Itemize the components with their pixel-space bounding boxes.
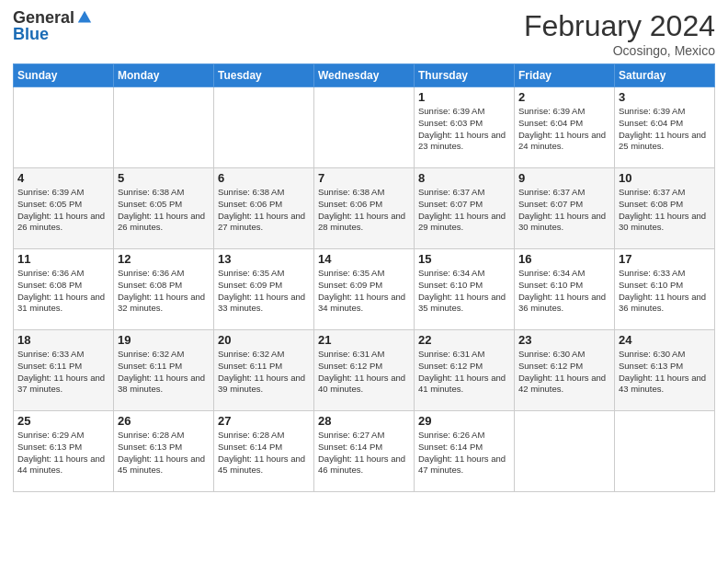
day-number: 18	[17, 333, 109, 347]
month-year: February 2024	[524, 9, 715, 43]
day-info: Sunrise: 6:38 AM Sunset: 6:06 PM Dayligh…	[218, 187, 310, 234]
day-number: 22	[418, 333, 510, 347]
day-number: 16	[518, 252, 610, 266]
day-number: 10	[619, 171, 711, 185]
calendar-cell-0-3	[314, 87, 415, 168]
day-number: 15	[418, 252, 510, 266]
day-info: Sunrise: 6:37 AM Sunset: 6:07 PM Dayligh…	[518, 187, 610, 234]
calendar-cell-1-1: 5Sunrise: 6:38 AM Sunset: 6:05 PM Daylig…	[114, 168, 214, 249]
calendar-cell-4-4: 29Sunrise: 6:26 AM Sunset: 6:14 PM Dayli…	[415, 411, 515, 492]
day-info: Sunrise: 6:39 AM Sunset: 6:03 PM Dayligh…	[418, 106, 510, 153]
day-info: Sunrise: 6:30 AM Sunset: 6:13 PM Dayligh…	[619, 349, 711, 396]
day-number: 20	[218, 333, 310, 347]
logo-icon	[76, 9, 93, 26]
svg-marker-0	[78, 11, 91, 23]
calendar-cell-2-3: 14Sunrise: 6:35 AM Sunset: 6:09 PM Dayli…	[314, 249, 415, 330]
day-number: 23	[518, 333, 610, 347]
day-info: Sunrise: 6:31 AM Sunset: 6:12 PM Dayligh…	[318, 349, 410, 396]
calendar-cell-4-6	[615, 411, 715, 492]
location: Ocosingo, Mexico	[524, 43, 715, 58]
calendar-cell-3-0: 18Sunrise: 6:33 AM Sunset: 6:11 PM Dayli…	[14, 330, 114, 411]
calendar-cell-3-6: 24Sunrise: 6:30 AM Sunset: 6:13 PM Dayli…	[615, 330, 715, 411]
calendar-cell-2-5: 16Sunrise: 6:34 AM Sunset: 6:10 PM Dayli…	[515, 249, 615, 330]
calendar-cell-0-4: 1Sunrise: 6:39 AM Sunset: 6:03 PM Daylig…	[415, 87, 515, 168]
day-info: Sunrise: 6:31 AM Sunset: 6:12 PM Dayligh…	[418, 349, 510, 396]
day-info: Sunrise: 6:39 AM Sunset: 6:04 PM Dayligh…	[518, 106, 610, 153]
calendar-header-thursday: Thursday	[415, 64, 515, 87]
calendar-cell-1-5: 9Sunrise: 6:37 AM Sunset: 6:07 PM Daylig…	[515, 168, 615, 249]
calendar-cell-1-0: 4Sunrise: 6:39 AM Sunset: 6:05 PM Daylig…	[14, 168, 114, 249]
calendar-cell-3-1: 19Sunrise: 6:32 AM Sunset: 6:11 PM Dayli…	[114, 330, 214, 411]
day-number: 7	[318, 171, 410, 185]
header: General Blue February 2024 Ocosingo, Mex…	[13, 9, 715, 58]
day-info: Sunrise: 6:27 AM Sunset: 6:14 PM Dayligh…	[318, 430, 410, 477]
day-info: Sunrise: 6:34 AM Sunset: 6:10 PM Dayligh…	[418, 268, 510, 315]
calendar-cell-1-2: 6Sunrise: 6:38 AM Sunset: 6:06 PM Daylig…	[214, 168, 314, 249]
day-info: Sunrise: 6:37 AM Sunset: 6:08 PM Dayligh…	[619, 187, 711, 234]
day-info: Sunrise: 6:29 AM Sunset: 6:13 PM Dayligh…	[17, 430, 109, 477]
day-number: 3	[619, 90, 711, 104]
day-info: Sunrise: 6:26 AM Sunset: 6:14 PM Dayligh…	[418, 430, 510, 477]
day-info: Sunrise: 6:32 AM Sunset: 6:11 PM Dayligh…	[118, 349, 210, 396]
calendar-header-sunday: Sunday	[14, 64, 114, 87]
day-info: Sunrise: 6:37 AM Sunset: 6:07 PM Dayligh…	[418, 187, 510, 234]
calendar-header-saturday: Saturday	[615, 64, 715, 87]
calendar-week-0: 1Sunrise: 6:39 AM Sunset: 6:03 PM Daylig…	[14, 87, 715, 168]
day-number: 19	[118, 333, 210, 347]
calendar-cell-2-1: 12Sunrise: 6:36 AM Sunset: 6:08 PM Dayli…	[114, 249, 214, 330]
day-number: 25	[17, 414, 109, 428]
day-info: Sunrise: 6:33 AM Sunset: 6:11 PM Dayligh…	[17, 349, 109, 396]
calendar-cell-4-2: 27Sunrise: 6:28 AM Sunset: 6:14 PM Dayli…	[214, 411, 314, 492]
day-info: Sunrise: 6:38 AM Sunset: 6:05 PM Dayligh…	[118, 187, 210, 234]
day-number: 28	[318, 414, 410, 428]
day-info: Sunrise: 6:35 AM Sunset: 6:09 PM Dayligh…	[318, 268, 410, 315]
calendar-cell-3-2: 20Sunrise: 6:32 AM Sunset: 6:11 PM Dayli…	[214, 330, 314, 411]
day-number: 27	[218, 414, 310, 428]
day-info: Sunrise: 6:35 AM Sunset: 6:09 PM Dayligh…	[218, 268, 310, 315]
day-number: 14	[318, 252, 410, 266]
calendar-header-monday: Monday	[114, 64, 214, 87]
day-number: 11	[17, 252, 109, 266]
day-number: 5	[118, 171, 210, 185]
calendar-cell-3-5: 23Sunrise: 6:30 AM Sunset: 6:12 PM Dayli…	[515, 330, 615, 411]
calendar-cell-0-6: 3Sunrise: 6:39 AM Sunset: 6:04 PM Daylig…	[615, 87, 715, 168]
calendar-cell-4-1: 26Sunrise: 6:28 AM Sunset: 6:13 PM Dayli…	[114, 411, 214, 492]
calendar-cell-0-2	[214, 87, 314, 168]
calendar-cell-0-0	[14, 87, 114, 168]
calendar-cell-3-3: 21Sunrise: 6:31 AM Sunset: 6:12 PM Dayli…	[314, 330, 415, 411]
calendar-week-3: 18Sunrise: 6:33 AM Sunset: 6:11 PM Dayli…	[14, 330, 715, 411]
calendar-cell-4-0: 25Sunrise: 6:29 AM Sunset: 6:13 PM Dayli…	[14, 411, 114, 492]
calendar-week-4: 25Sunrise: 6:29 AM Sunset: 6:13 PM Dayli…	[14, 411, 715, 492]
logo: General Blue	[13, 9, 93, 43]
page: General Blue February 2024 Ocosingo, Mex…	[0, 0, 728, 563]
calendar: SundayMondayTuesdayWednesdayThursdayFrid…	[13, 63, 715, 492]
day-number: 12	[118, 252, 210, 266]
title-block: February 2024 Ocosingo, Mexico	[524, 9, 715, 58]
calendar-cell-2-0: 11Sunrise: 6:36 AM Sunset: 6:08 PM Dayli…	[14, 249, 114, 330]
calendar-cell-0-1	[114, 87, 214, 168]
day-info: Sunrise: 6:34 AM Sunset: 6:10 PM Dayligh…	[518, 268, 610, 315]
calendar-cell-2-4: 15Sunrise: 6:34 AM Sunset: 6:10 PM Dayli…	[415, 249, 515, 330]
calendar-cell-2-6: 17Sunrise: 6:33 AM Sunset: 6:10 PM Dayli…	[615, 249, 715, 330]
day-info: Sunrise: 6:36 AM Sunset: 6:08 PM Dayligh…	[118, 268, 210, 315]
day-number: 29	[418, 414, 510, 428]
calendar-cell-4-3: 28Sunrise: 6:27 AM Sunset: 6:14 PM Dayli…	[314, 411, 415, 492]
day-info: Sunrise: 6:33 AM Sunset: 6:10 PM Dayligh…	[619, 268, 711, 315]
calendar-week-2: 11Sunrise: 6:36 AM Sunset: 6:08 PM Dayli…	[14, 249, 715, 330]
calendar-cell-4-5	[515, 411, 615, 492]
day-number: 9	[518, 171, 610, 185]
day-info: Sunrise: 6:38 AM Sunset: 6:06 PM Dayligh…	[318, 187, 410, 234]
day-number: 1	[418, 90, 510, 104]
logo-blue: Blue	[13, 25, 49, 43]
day-number: 26	[118, 414, 210, 428]
day-info: Sunrise: 6:39 AM Sunset: 6:05 PM Dayligh…	[17, 187, 109, 234]
day-number: 4	[17, 171, 109, 185]
day-info: Sunrise: 6:36 AM Sunset: 6:08 PM Dayligh…	[17, 268, 109, 315]
calendar-cell-2-2: 13Sunrise: 6:35 AM Sunset: 6:09 PM Dayli…	[214, 249, 314, 330]
calendar-cell-1-3: 7Sunrise: 6:38 AM Sunset: 6:06 PM Daylig…	[314, 168, 415, 249]
day-number: 17	[619, 252, 711, 266]
day-info: Sunrise: 6:32 AM Sunset: 6:11 PM Dayligh…	[218, 349, 310, 396]
day-number: 21	[318, 333, 410, 347]
day-info: Sunrise: 6:28 AM Sunset: 6:13 PM Dayligh…	[118, 430, 210, 477]
day-info: Sunrise: 6:30 AM Sunset: 6:12 PM Dayligh…	[518, 349, 610, 396]
